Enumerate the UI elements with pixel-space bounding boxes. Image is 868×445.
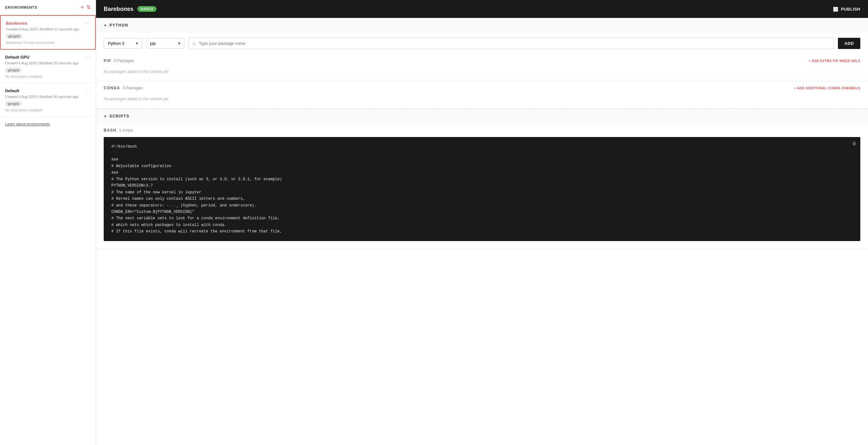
bash-left: BASH 1 scripts xyxy=(104,128,133,132)
env-name-default-gpu: Default GPU xyxy=(5,55,29,60)
env-tag-barebones: gergely xyxy=(6,34,22,39)
conda-subsection: CONDA 0 Packages + ADD ADDITIONAL CONDA … xyxy=(96,81,868,109)
sidebar-header-title: ENVIRONMENTS xyxy=(5,5,37,9)
add-package-button[interactable]: ADD xyxy=(838,38,860,49)
grid-icon: ⊞ xyxy=(192,41,196,46)
python-section-label: PYTHON xyxy=(110,23,128,28)
sidebar-header: ENVIRONMENTS + ⇅ xyxy=(0,0,96,15)
conda-section-title: CONDA xyxy=(104,86,120,90)
conda-package-count: 0 Packages xyxy=(123,86,143,90)
environment-item-barebones[interactable]: Barebones ··· Created 6 Aug 2020 | Modif… xyxy=(0,15,96,50)
env-meta-default: Created 6 Aug 2020 | Modified 40 seconds… xyxy=(5,95,91,98)
env-tag-default-gpu: gergely xyxy=(5,67,22,73)
scripts-chevron-icon: ▼ xyxy=(104,115,107,118)
conda-subsection-left: CONDA 0 Packages xyxy=(104,86,143,90)
env-menu-default[interactable]: ··· xyxy=(86,88,91,93)
python-version-select-wrapper: Python 3 Python 2 ▼ xyxy=(104,38,142,49)
publish-button[interactable]: ▦ PUBLISH xyxy=(833,5,860,12)
sort-environments-icon[interactable]: ⇅ xyxy=(86,5,91,10)
environment-item-default-gpu[interactable]: Default GPU ··· Created 6 Aug 2020 | Mod… xyxy=(0,50,96,83)
bash-code-content[interactable]: #!/bin/bash ### # Adjustable configurati… xyxy=(112,143,852,235)
publish-label: PUBLISH xyxy=(841,7,860,11)
pip-section-title: PIP xyxy=(104,59,112,63)
env-meta-barebones: Created 6 Aug 2020 | Modified 11 seconds… xyxy=(6,27,90,31)
add-pip-index-urls-button[interactable]: + ADD EXTRA PIP INDEX URLS xyxy=(809,59,860,63)
add-environment-icon[interactable]: + xyxy=(80,4,84,10)
scripts-section-label: SCRIPTS xyxy=(110,114,130,118)
pip-empty-message: No packages added in this section yet xyxy=(104,67,860,77)
python-version-select[interactable]: Python 3 Python 2 xyxy=(104,38,142,49)
pip-subsection-header: PIP 0 Packages + ADD EXTRA PIP INDEX URL… xyxy=(104,59,860,63)
pip-subsection-left: PIP 0 Packages xyxy=(104,59,134,63)
add-conda-channels-button[interactable]: + ADD ADDITIONAL CONDA CHANNELS xyxy=(794,86,860,90)
env-desc-default: No description available xyxy=(5,108,91,112)
pip-package-count: 0 Packages xyxy=(114,59,134,63)
publish-icon: ▦ xyxy=(833,5,839,12)
main-content: Barebones SAVED ▦ PUBLISH ▼ PYTHON Pytho… xyxy=(96,0,868,445)
package-manager-select[interactable]: pip conda xyxy=(146,38,184,49)
package-input-wrapper: ⊞ xyxy=(188,38,834,49)
bash-code-block: 🗑 #!/bin/bash ### # Adjustable configura… xyxy=(104,137,860,241)
env-tag-default: gergely xyxy=(5,101,22,106)
sidebar: ENVIRONMENTS + ⇅ Barebones ··· Created 6… xyxy=(0,0,96,445)
package-name-input[interactable] xyxy=(199,38,830,49)
learn-link[interactable]: Learn about environments xyxy=(0,117,96,131)
bash-title: BASH xyxy=(104,128,117,132)
scripts-section: ▼ SCRIPTS BASH 1 scripts 🗑 #!/bin/bash #… xyxy=(96,109,868,249)
python-section-header[interactable]: ▼ PYTHON xyxy=(96,18,868,33)
env-menu-default-gpu[interactable]: ··· xyxy=(86,54,91,60)
conda-subsection-header: CONDA 0 Packages + ADD ADDITIONAL CONDA … xyxy=(104,86,860,90)
python-chevron-icon: ▼ xyxy=(104,24,107,27)
env-name-default: Default xyxy=(5,88,19,93)
python-controls-row: Python 3 Python 2 ▼ pip conda ▼ ⊞ ADD xyxy=(96,33,868,54)
environment-item-default[interactable]: Default ··· Created 6 Aug 2020 | Modifie… xyxy=(0,83,96,117)
main-header: Barebones SAVED ▦ PUBLISH xyxy=(96,0,868,18)
sidebar-header-actions: + ⇅ xyxy=(80,4,91,10)
main-header-left: Barebones SAVED xyxy=(104,6,156,12)
bash-header: BASH 1 scripts xyxy=(96,124,868,137)
env-menu-barebones[interactable]: ··· xyxy=(85,20,90,26)
delete-script-icon[interactable]: 🗑 xyxy=(852,141,857,146)
bash-count: 1 scripts xyxy=(119,128,133,132)
env-meta-default-gpu: Created 6 Aug 2020 | Modified 20 seconds… xyxy=(5,61,91,65)
env-desc-barebones: Barebones Conda environment xyxy=(6,41,90,44)
scripts-section-header[interactable]: ▼ SCRIPTS xyxy=(96,109,868,124)
python-section: ▼ PYTHON Python 3 Python 2 ▼ pip conda ▼ xyxy=(96,18,868,109)
package-manager-select-wrapper: pip conda ▼ xyxy=(146,38,184,49)
env-desc-default-gpu: No description available xyxy=(5,75,91,79)
conda-empty-message: No packages added in this section yet xyxy=(104,94,860,104)
pip-subsection: PIP 0 Packages + ADD EXTRA PIP INDEX URL… xyxy=(96,54,868,81)
env-name-barebones: Barebones xyxy=(6,21,27,26)
saved-badge: SAVED xyxy=(137,6,156,12)
page-title: Barebones xyxy=(104,6,133,12)
